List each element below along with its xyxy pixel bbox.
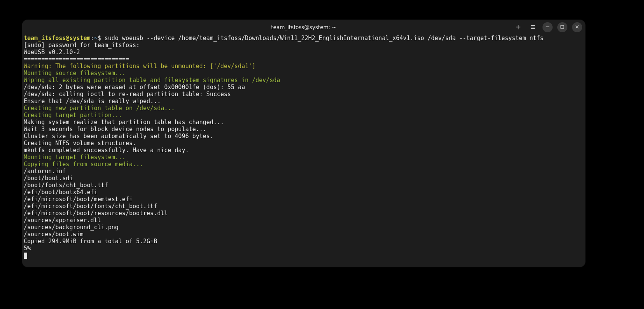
menu-button[interactable] [528,22,538,32]
output-line: /autorun.inf [24,168,66,175]
prompt-dollar: $ [98,35,101,42]
output-line: /dev/sda: 2 bytes were erased at offset … [24,84,245,91]
prompt-user-host: team_itsfoss@system [24,35,91,42]
output-line-status: Creating new partition table on /dev/sda… [24,105,175,112]
terminal-output: team_itsfoss@system:~$ sudo woeusb --dev… [24,35,584,259]
output-line: [sudo] password for team_itsfoss: [24,42,140,49]
output-line: Creating NTFS volume structures. [24,140,136,147]
output-line: /sources/appraiser.dll [24,217,101,224]
maximize-button[interactable] [557,22,567,32]
new-tab-button[interactable] [513,22,523,32]
prompt-command: sudo woeusb --device /home/team_itsfoss/… [105,35,544,42]
output-line-status: Creating target partition... [24,112,122,119]
output-line: /sources/boot.wim [24,231,84,238]
output-line: /efi/microsoft/boot/fonts/cht_boot.ttf [24,203,157,210]
output-line-warning: Warning: The following partitions will b… [24,63,256,70]
output-line-progress: 5% [24,245,31,252]
output-line: Cluster size has been automatically set … [24,133,214,140]
output-line: /boot/boot.sdi [24,175,73,182]
output-line: mkntfs completed successfully. Have a ni… [24,147,189,154]
output-line: Wait 3 seconds for block device nodes to… [24,126,206,133]
prompt-path: ~ [94,35,98,42]
minimize-icon [545,24,550,30]
window-title: team_itsfoss@system: ~ [271,24,336,30]
terminal-body[interactable]: team_itsfoss@system:~$ sudo woeusb --dev… [22,35,585,267]
output-line-status: Mounting target filesystem... [24,154,126,161]
output-line: ============================== [24,56,129,63]
titlebar: team_itsfoss@system: ~ [22,20,585,35]
hamburger-icon [530,24,536,31]
plus-icon [515,24,521,31]
output-line: Ensure that /dev/sda is really wiped... [24,98,161,105]
output-line: WoeUSB v0.2.10-2 [24,49,80,56]
output-line-status: Copying files from source media... [24,161,143,168]
output-line: /efi/boot/bootx64.efi [24,189,98,196]
prompt-sep: : [91,35,94,42]
window-controls [513,20,582,35]
output-line: /dev/sda: calling ioctl to re-read parti… [24,91,231,98]
maximize-icon [560,24,565,30]
terminal-cursor [24,253,27,259]
output-line: Copied 294.9MiB from a total of 5.2GiB [24,238,157,245]
output-line: /efi/microsoft/boot/resources/bootres.dl… [24,210,168,217]
svg-rect-0 [561,25,564,28]
output-line-status: Wiping all existing partition table and … [24,77,280,84]
output-line: Making system realize that partition tab… [24,119,224,126]
close-icon [574,24,580,30]
close-button[interactable] [572,22,582,32]
output-line-status: Mounting source filesystem... [24,70,126,77]
terminal-window: team_itsfoss@system: ~ [22,20,585,267]
output-line: /efi/microsoft/boot/memtest.efi [24,196,133,203]
output-line: /sources/background_cli.png [24,224,119,231]
output-line: /boot/fonts/cht_boot.ttf [24,182,108,189]
minimize-button[interactable] [542,22,553,32]
